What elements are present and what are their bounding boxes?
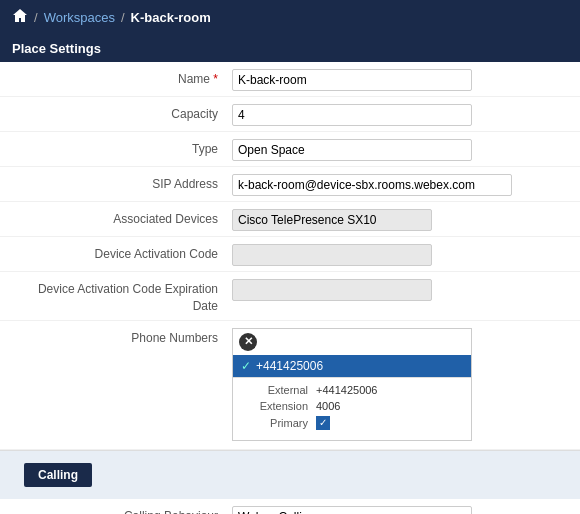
phone-numbers-header: ✕ [233,329,471,355]
phone-item[interactable]: ✓ +441425006 [233,355,471,377]
type-value [232,137,568,161]
phone-external-row: External +441425006 [241,384,463,396]
associated-label: Associated Devices [12,207,232,228]
expiration-label: Device Activation Code Expiration Date [12,277,232,315]
form-row-associated: Associated Devices [0,202,580,237]
form-row-name: Name * [0,62,580,97]
type-input[interactable] [232,139,472,161]
breadcrumb-sep1: / [34,10,38,25]
phone-item-checkmark: ✓ [241,359,251,373]
activation-code-value [232,242,568,266]
phone-extension-value: 4006 [316,400,340,412]
phone-primary-checkbox[interactable]: ✓ [316,416,330,430]
phone-extension-row: Extension 4006 [241,400,463,412]
phone-close-button[interactable]: ✕ [239,333,257,351]
type-label: Type [12,137,232,158]
form-row-type: Type [0,132,580,167]
form-row-calling-behaviour: Calling Behaviour [0,499,580,514]
phone-primary-row: Primary ✓ [241,416,463,430]
associated-value [232,207,568,231]
form-row-expiration: Device Activation Code Expiration Date [0,272,580,321]
form-row-sip: SIP Address [0,167,580,202]
name-label: Name * [12,67,232,88]
capacity-value [232,102,568,126]
phone-numbers-box: ✕ ✓ +441425006 External +441425006 Exten… [232,328,472,441]
required-star: * [213,72,218,86]
expiration-input [232,279,432,301]
sip-label: SIP Address [12,172,232,193]
form-row-activation-code: Device Activation Code [0,237,580,272]
calling-section: Calling Calling Behaviour [0,450,580,514]
breadcrumb-current: K-back-room [131,10,211,25]
phone-numbers-container: ✕ ✓ +441425006 External +441425006 Exten… [232,326,568,441]
activation-code-label: Device Activation Code [12,242,232,263]
calling-behaviour-input[interactable] [232,506,472,514]
calling-behaviour-value [232,504,568,514]
sip-input[interactable] [232,174,512,196]
form-row-capacity: Capacity [0,97,580,132]
home-icon[interactable] [12,8,28,27]
phone-numbers-label: Phone Numbers [12,326,232,347]
name-value [232,67,568,91]
breadcrumb-workspaces[interactable]: Workspaces [44,10,115,25]
phone-number: +441425006 [256,359,323,373]
name-input[interactable] [232,69,472,91]
sip-value [232,172,568,196]
activation-code-input [232,244,432,266]
primary-check-icon: ✓ [316,416,330,430]
breadcrumb-sep2: / [121,10,125,25]
associated-input [232,209,432,231]
expiration-value [232,277,568,301]
phone-external-label: External [241,384,316,396]
phone-details: External +441425006 Extension 4006 Prima… [233,377,471,440]
calling-behaviour-label: Calling Behaviour [12,504,232,514]
calling-tab[interactable]: Calling [24,463,92,487]
phone-primary-label: Primary [241,417,316,429]
place-settings-form: Name * Capacity Type SIP Address Associa… [0,62,580,450]
breadcrumb: / Workspaces / K-back-room [0,0,580,35]
capacity-label: Capacity [12,102,232,123]
phone-extension-label: Extension [241,400,316,412]
capacity-input[interactable] [232,104,472,126]
form-row-phone-numbers: Phone Numbers ✕ ✓ +441425006 External +4… [0,321,580,450]
phone-external-value: +441425006 [316,384,377,396]
section-header: Place Settings [0,35,580,62]
